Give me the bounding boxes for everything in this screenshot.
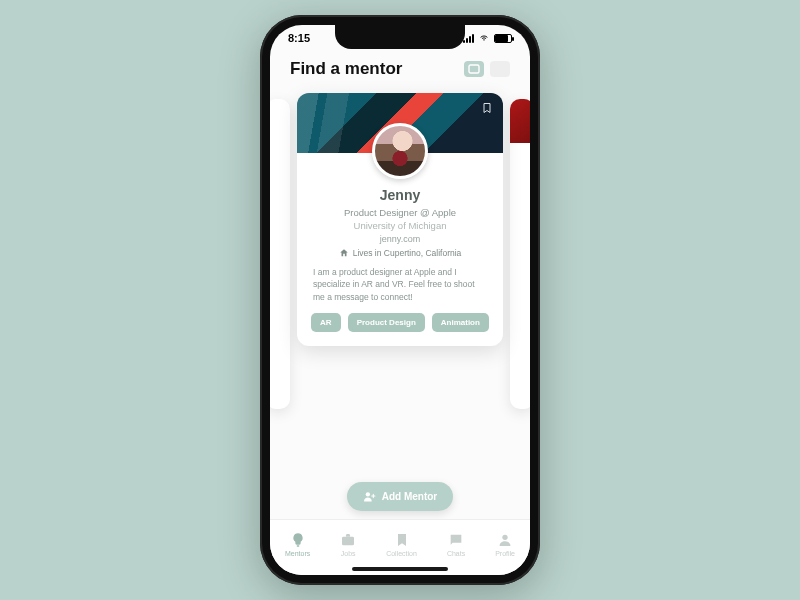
add-mentor-row: Add Mentor: [270, 468, 530, 519]
mentor-card[interactable]: Jenny Product Designer @ Apple Universit…: [297, 93, 503, 346]
svg-point-1: [365, 492, 369, 496]
page-header: Find a mentor: [270, 51, 530, 89]
mentor-bio: I am a product designer at Apple and I s…: [311, 266, 489, 313]
tab-chats-label: Chats: [447, 550, 465, 557]
tab-chats[interactable]: Chats: [447, 532, 465, 557]
page-title: Find a mentor: [290, 59, 402, 79]
view-toggle: [464, 61, 510, 77]
wifi-icon: [478, 34, 490, 43]
card-view-button[interactable]: [464, 61, 484, 77]
svg-rect-2: [296, 545, 299, 546]
next-card-peek[interactable]: [510, 99, 530, 409]
tag-product-design[interactable]: Product Design: [348, 313, 425, 332]
phone-frame: 8:15 Find a mentor: [260, 15, 540, 585]
chat-icon: [448, 532, 464, 548]
add-mentor-label: Add Mentor: [382, 491, 438, 502]
screen: 8:15 Find a mentor: [270, 25, 530, 575]
tag-row: AR Product Design Animation: [311, 313, 489, 332]
tag-animation[interactable]: Animation: [432, 313, 489, 332]
home-indicator[interactable]: [352, 567, 448, 571]
tab-mentors-label: Mentors: [285, 550, 310, 557]
tag-ar[interactable]: AR: [311, 313, 341, 332]
home-icon: [339, 248, 349, 258]
content-area: Jenny Product Designer @ Apple Universit…: [270, 89, 530, 468]
mentor-university: University of Michigan: [311, 220, 489, 231]
status-time: 8:15: [288, 32, 310, 44]
briefcase-icon: [340, 532, 356, 548]
lightbulb-icon: [290, 532, 306, 548]
bookmark-tab-icon: [394, 532, 410, 548]
avatar: [372, 123, 428, 179]
svg-rect-3: [342, 537, 354, 546]
svg-point-4: [502, 535, 507, 540]
mentor-website: jenny.com: [311, 234, 489, 244]
mentor-role: Product Designer @ Apple: [311, 207, 489, 218]
status-right: [463, 34, 512, 43]
tab-jobs-label: Jobs: [341, 550, 356, 557]
person-icon: [497, 532, 513, 548]
tab-collection-label: Collection: [386, 550, 417, 557]
bookmark-icon[interactable]: [481, 101, 493, 119]
prev-card-peek[interactable]: [270, 99, 290, 409]
tab-profile-label: Profile: [495, 550, 515, 557]
battery-icon: [494, 34, 512, 43]
mentor-location-text: Lives in Cupertino, California: [353, 248, 462, 258]
tab-jobs[interactable]: Jobs: [340, 532, 356, 557]
add-mentor-button[interactable]: Add Mentor: [347, 482, 454, 511]
tab-profile[interactable]: Profile: [495, 532, 515, 557]
tab-collection[interactable]: Collection: [386, 532, 417, 557]
card-body: Jenny Product Designer @ Apple Universit…: [297, 153, 503, 346]
notch: [335, 25, 465, 49]
svg-rect-0: [469, 65, 479, 73]
mentor-location: Lives in Cupertino, California: [311, 248, 489, 258]
mentor-name: Jenny: [311, 187, 489, 203]
list-view-button[interactable]: [490, 61, 510, 77]
tab-mentors[interactable]: Mentors: [285, 532, 310, 557]
card-view-icon: [468, 64, 480, 74]
add-person-icon: [363, 490, 376, 503]
